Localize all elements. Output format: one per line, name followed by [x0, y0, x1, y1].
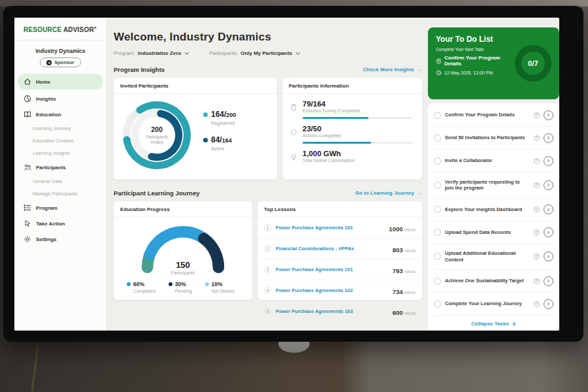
task-open-button[interactable]: › — [544, 252, 553, 261]
link-label: Check More Insights — [363, 67, 414, 73]
sidebar-item-learning-journey[interactable]: Learning Journey — [14, 122, 106, 135]
not-started-dot — [205, 282, 209, 286]
help-icon[interactable]: ? — [534, 158, 540, 164]
views-suffix: views — [404, 269, 416, 274]
task-open-button[interactable]: › — [544, 299, 553, 309]
sidebar-item-label: Education — [36, 112, 61, 118]
sidebar-item-manage-participants[interactable]: Manage Participants — [14, 188, 106, 200]
task-row: Upload Additional Educational Content ? … — [434, 244, 553, 270]
sidebar-item-insights[interactable]: Insights — [14, 91, 106, 106]
help-icon[interactable]: ? — [534, 135, 540, 141]
lesson-row: 1 Power Purchase Agreements 101 1000view… — [257, 218, 422, 238]
education-legend: 60% Completed 30% Pending 10% Not Starte… — [127, 281, 247, 293]
education-gauge-chart: 150 Participants — [139, 223, 227, 275]
lesson-link[interactable]: Financial Considerations - VPPAs — [276, 246, 388, 252]
task-open-button[interactable]: › — [544, 180, 553, 190]
task-row: Verify participants requesting to join t… — [434, 172, 553, 199]
task-label: Upload Spend Data Records — [445, 229, 530, 236]
active-legend-item: 84/164 Active — [203, 135, 236, 152]
participants-dropdown[interactable]: Participants: Only My Participants — [209, 50, 301, 56]
task-open-button[interactable]: › — [544, 156, 553, 166]
clock-icon — [436, 70, 442, 76]
stat-value: 23/50 — [302, 125, 341, 133]
sidebar-item-label: Manage Participants — [33, 191, 77, 197]
sidebar-item-take-action[interactable]: Take Action — [14, 216, 106, 231]
task-open-button[interactable]: › — [544, 204, 553, 214]
rank-badge: 3 — [264, 266, 271, 273]
sidebar-item-program[interactable]: Program — [14, 200, 106, 216]
todo-task-list: Confirm Your Program Details ? › Send 50… — [428, 103, 559, 331]
todo-title: Your To Do List — [436, 35, 515, 44]
stat-label: Actions Completed — [302, 133, 341, 138]
task-label: Invite a Collaborator — [445, 157, 530, 164]
task-checkbox[interactable] — [434, 229, 441, 236]
completed-dot — [127, 282, 131, 286]
help-icon[interactable]: ? — [534, 278, 540, 284]
sidebar-item-label: Education Content — [33, 138, 73, 144]
sidebar-item-education[interactable]: Education — [14, 106, 106, 122]
views-count: 734 — [393, 288, 403, 295]
sidebar-item-education-content[interactable]: Education Content — [14, 135, 106, 147]
gear-icon — [24, 235, 31, 243]
task-checkbox[interactable] — [434, 182, 441, 189]
home-icon — [24, 78, 31, 86]
lesson-link[interactable]: Power Purchase Agreements 102 — [276, 287, 388, 293]
card-title: Top Lessons — [257, 201, 422, 218]
task-open-button[interactable]: › — [544, 110, 553, 120]
section-title: Participant Learning Journey — [114, 189, 199, 197]
check-more-insights-link[interactable]: Check More Insights → — [363, 67, 422, 73]
task-checkbox[interactable] — [434, 253, 441, 260]
brand-logo[interactable]: RESOURCE ADVISOR+ — [14, 25, 106, 41]
task-label: Complete Your Learning Journey — [445, 301, 530, 307]
task-checkbox[interactable] — [434, 112, 441, 119]
lesson-row: 5 Power Purchase Agreements 103 600views — [257, 301, 422, 321]
sidebar-item-learning-insights[interactable]: Learning Insights — [14, 147, 106, 159]
program-dropdown[interactable]: Program: Industrialize Zero — [114, 50, 189, 56]
insights-icon — [24, 95, 31, 103]
rank-badge: 5 — [264, 308, 271, 315]
help-icon[interactable]: ? — [534, 301, 540, 307]
task-label: Verify participants requesting to join t… — [445, 179, 530, 192]
task-open-button[interactable]: › — [544, 133, 553, 143]
registered-legend-item: 164/200 Registered — [203, 110, 236, 126]
help-icon[interactable]: ? — [534, 182, 540, 188]
task-open-button[interactable]: › — [544, 276, 553, 286]
invited-total-label: Participants Invited — [139, 135, 174, 146]
help-icon[interactable]: ? — [534, 229, 540, 235]
task-checkbox[interactable] — [434, 135, 441, 142]
legend-value: 60% — [133, 281, 144, 287]
task-row: Upload Spend Data Records ? › — [434, 221, 553, 244]
help-icon[interactable]: ? — [534, 112, 540, 118]
task-checkbox[interactable] — [434, 278, 441, 285]
sidebar-item-home[interactable]: Home — [18, 74, 103, 90]
lesson-link[interactable]: Power Purchase Agreements 103 — [276, 308, 388, 314]
lesson-link[interactable]: Power Purchase Agreements 101 — [276, 267, 388, 272]
task-label: Send 50 Invitations to Participants — [445, 135, 530, 141]
help-icon[interactable]: ? — [534, 253, 540, 259]
task-label: Explore Your Insights Dashboard — [445, 206, 530, 213]
sidebar-item-general-data[interactable]: General Data — [14, 175, 106, 188]
lesson-link[interactable]: Power Purchase Agreements 101 — [276, 225, 384, 231]
pending-dot — [169, 282, 172, 286]
consumption-stat: 1,000 GWh Total Global Consumption — [290, 150, 413, 163]
gauge-value: 150 — [139, 260, 227, 270]
completed-legend-item: 60% Completed — [127, 281, 155, 293]
card-title: Invited Participants — [114, 78, 277, 94]
collapse-tasks-link[interactable]: Collapse Tasks ∧ — [434, 316, 553, 331]
help-icon[interactable]: ? — [534, 206, 540, 212]
views-count: 793 — [393, 267, 403, 274]
sponsor-badge[interactable]: ✦ Sponsor — [40, 57, 80, 67]
go-to-learning-journey-link[interactable]: Go to Learning Journey → — [355, 190, 422, 196]
task-checkbox[interactable] — [434, 206, 441, 213]
link-label: Go to Learning Journey — [355, 190, 414, 196]
legend-label: Completed — [133, 289, 155, 293]
sidebar-item-settings[interactable]: Settings — [14, 231, 106, 247]
task-checkbox[interactable] — [434, 301, 441, 308]
stat-value: 79/164 — [302, 100, 360, 108]
task-open-button[interactable]: › — [544, 227, 553, 237]
sidebar-item-participants[interactable]: Participants — [14, 159, 106, 175]
pending-legend-item: 30% Pending — [169, 281, 192, 293]
task-checkbox[interactable] — [434, 157, 441, 165]
take-action-icon — [24, 220, 31, 227]
todo-progress-ring: 0/7 — [515, 45, 551, 82]
